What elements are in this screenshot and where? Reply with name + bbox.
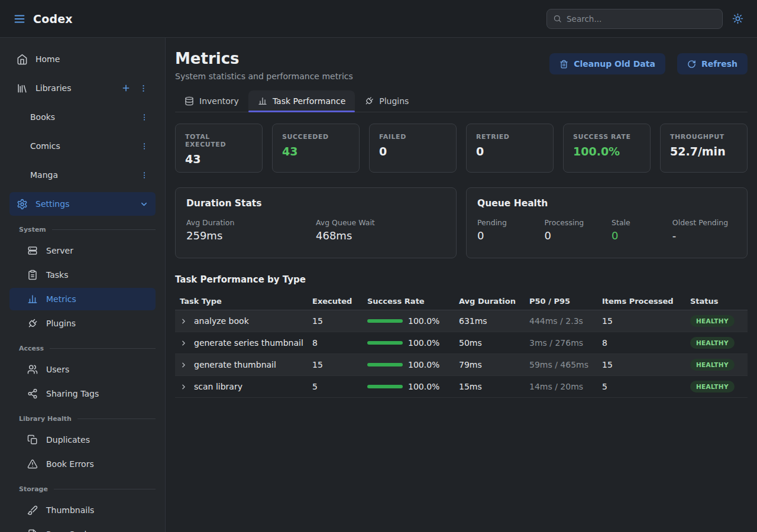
stat-label: THROUGHPUT xyxy=(670,133,737,141)
column-header: Success Rate xyxy=(367,297,459,306)
column-header: Items Processed xyxy=(602,297,690,306)
search-input[interactable] xyxy=(567,14,716,24)
stat-value: 100.0% xyxy=(573,145,640,158)
sidebar-section-access: Access xyxy=(9,343,156,353)
sidebar-item-duplicates[interactable]: Duplicates xyxy=(9,429,156,451)
status-badge: HEALTHY xyxy=(690,315,735,327)
stat-label: SUCCEEDED xyxy=(282,133,350,141)
books-menu-kebab-icon[interactable] xyxy=(140,112,148,122)
status-badge: HEALTHY xyxy=(690,381,735,392)
cleanup-old-data-button[interactable]: Cleanup Old Data xyxy=(549,53,665,74)
share-icon xyxy=(27,388,38,400)
sidebar-item-settings[interactable]: Settings xyxy=(9,192,156,216)
stat-oldest-pending: Oldest Pending - xyxy=(672,218,736,242)
sidebar-item-label: Users xyxy=(46,365,148,374)
trash-icon xyxy=(559,60,568,69)
panel-title: Queue Health xyxy=(477,198,736,209)
tab-task-performance[interactable]: Task Performance xyxy=(248,90,355,112)
tab-label: Task Performance xyxy=(273,96,345,106)
table-row[interactable]: analyze book 15 100.0% 631ms 444ms / 2.3… xyxy=(175,310,748,332)
sidebar-item-books[interactable]: Books xyxy=(9,105,156,129)
section-divider xyxy=(50,348,156,349)
table-row[interactable]: scan library 5 100.0% 15ms 14ms / 20ms 5… xyxy=(175,376,748,398)
avg-duration: 79ms xyxy=(459,360,529,369)
table-header-row: Task Type Executed Success Rate Avg Dura… xyxy=(175,293,748,310)
sidebar-item-server[interactable]: Server xyxy=(9,239,156,262)
gear-icon xyxy=(17,199,28,210)
libraries-menu-kebab-icon[interactable] xyxy=(139,83,148,93)
app-title: Codex xyxy=(33,12,73,25)
sidebar: Home Libraries Books xyxy=(0,38,166,532)
sidebar-item-libraries[interactable]: Libraries xyxy=(9,76,156,100)
p50-p95: 14ms / 20ms xyxy=(529,382,602,391)
sidebar-item-label: Page Cache xyxy=(46,530,148,532)
sidebar-item-metrics[interactable]: Metrics xyxy=(9,288,156,310)
success-rate-bar xyxy=(367,363,403,366)
sidebar-item-manga[interactable]: Manga xyxy=(9,163,156,187)
menu-toggle-icon[interactable] xyxy=(13,12,26,25)
chevron-right-icon[interactable] xyxy=(180,383,187,391)
task-type: analyze book xyxy=(194,316,249,326)
sidebar-item-label: Sharing Tags xyxy=(46,389,148,398)
sidebar-item-home[interactable]: Home xyxy=(9,47,156,71)
duration-stats-panel: Duration Stats Avg Duration 259ms Avg Qu… xyxy=(175,187,457,258)
chevron-right-icon[interactable] xyxy=(180,339,187,347)
sidebar-section-storage: Storage xyxy=(9,484,156,494)
sidebar-item-users[interactable]: Users xyxy=(9,358,156,381)
sidebar-section-library-health: Library Health xyxy=(9,413,156,424)
stat-value: 43 xyxy=(282,145,350,158)
executed-count: 5 xyxy=(312,382,367,391)
sidebar-item-label: Tasks xyxy=(46,270,148,280)
success-rate-value: 100.0% xyxy=(408,360,439,369)
executed-count: 15 xyxy=(312,360,367,369)
comics-menu-kebab-icon[interactable] xyxy=(140,141,148,151)
stat-card-succeeded: SUCCEEDED 43 xyxy=(272,124,360,173)
section-label: Storage xyxy=(19,485,48,493)
manga-menu-kebab-icon[interactable] xyxy=(140,170,148,180)
chevron-right-icon[interactable] xyxy=(180,361,187,369)
tab-plugins[interactable]: Plugins xyxy=(355,90,418,112)
table-row[interactable]: generate series thumbnail 8 100.0% 50ms … xyxy=(175,332,748,354)
search-icon xyxy=(553,14,562,23)
task-type: generate thumbnail xyxy=(194,360,276,369)
sidebar-item-label: Plugins xyxy=(46,319,148,328)
sidebar-item-label: Settings xyxy=(35,199,132,209)
sidebar-item-plugins[interactable]: Plugins xyxy=(9,312,156,335)
sidebar-item-comics[interactable]: Comics xyxy=(9,134,156,158)
chevron-right-icon[interactable] xyxy=(180,317,187,325)
refresh-button[interactable]: Refresh xyxy=(677,53,748,74)
status-badge: HEALTHY xyxy=(690,359,735,371)
server-icon xyxy=(27,245,38,257)
plug-icon xyxy=(363,95,376,108)
theme-toggle-sun-icon[interactable] xyxy=(732,13,744,25)
success-rate-bar xyxy=(367,319,403,323)
column-header: Executed xyxy=(312,297,367,306)
table-row[interactable]: generate thumbnail 15 100.0% 79ms 59ms /… xyxy=(175,354,748,376)
stat-label: TOTAL EXECUTED xyxy=(185,133,253,148)
executed-count: 8 xyxy=(312,338,367,348)
sidebar-item-page-cache[interactable]: Page Cache xyxy=(9,523,156,532)
sidebar-item-label: Libraries xyxy=(35,83,114,93)
tab-label: Inventory xyxy=(199,96,239,106)
add-library-icon[interactable] xyxy=(121,83,131,93)
column-header: P50 / P95 xyxy=(529,297,602,306)
stat-avg-queue-wait: Avg Queue Wait 468ms xyxy=(316,218,445,242)
stat-value: 43 xyxy=(185,153,253,166)
success-rate-value: 100.0% xyxy=(408,382,439,391)
sidebar-item-label: Book Errors xyxy=(46,459,148,469)
task-type: scan library xyxy=(194,382,242,391)
avg-duration: 15ms xyxy=(459,382,529,391)
p50-p95: 444ms / 2.3s xyxy=(529,316,602,326)
tab-inventory[interactable]: Inventory xyxy=(175,90,248,112)
sidebar-item-tasks[interactable]: Tasks xyxy=(9,264,156,286)
p50-p95: 3ms / 276ms xyxy=(529,338,602,348)
sidebar-item-thumbnails[interactable]: Thumbnails xyxy=(9,499,156,521)
items-processed: 15 xyxy=(602,316,690,326)
p50-p95: 59ms / 465ms xyxy=(529,360,602,369)
stat-card-total-executed: TOTAL EXECUTED 43 xyxy=(175,124,263,173)
plug-icon xyxy=(25,316,41,332)
panel-title: Duration Stats xyxy=(186,198,445,209)
sidebar-item-sharing-tags[interactable]: Sharing Tags xyxy=(9,382,156,405)
search-box[interactable] xyxy=(546,9,723,29)
sidebar-item-book-errors[interactable]: Book Errors xyxy=(9,453,156,475)
